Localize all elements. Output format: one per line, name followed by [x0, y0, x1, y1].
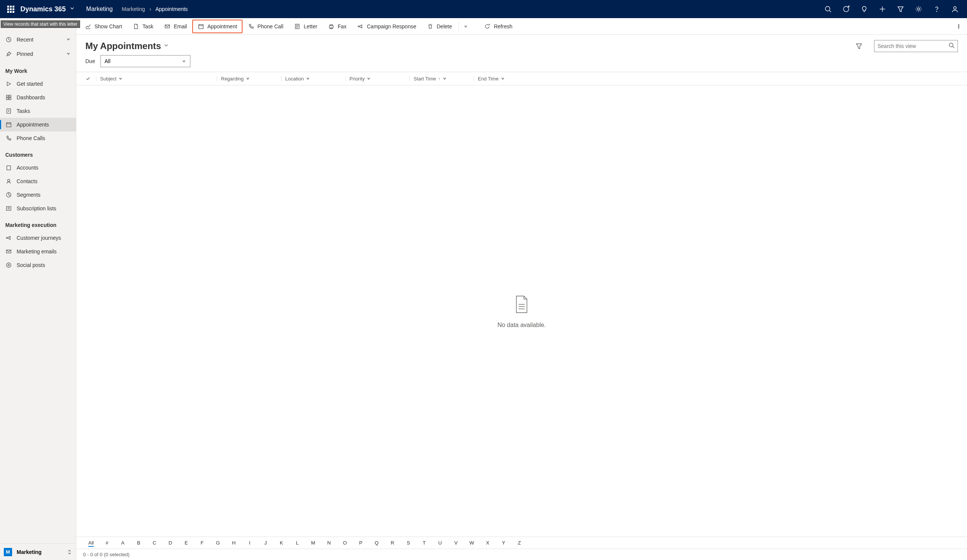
target-icon[interactable]: [837, 0, 855, 18]
alpha-jump-item[interactable]: Q: [369, 540, 384, 546]
alpha-jump-item[interactable]: #: [99, 540, 115, 546]
chevron-down-icon[interactable]: [66, 51, 71, 57]
alpha-jump-item[interactable]: D: [162, 540, 178, 546]
sidebar-item-marketing-emails[interactable]: Marketing emails: [0, 245, 76, 258]
search-icon[interactable]: [819, 0, 837, 18]
command-bar: Show Chart Task Email Appointment Phone …: [76, 18, 967, 35]
delete-button[interactable]: Delete: [422, 20, 457, 33]
alpha-jump-item[interactable]: F: [194, 540, 210, 546]
brand-chevron-icon[interactable]: [69, 6, 75, 12]
app-launcher-icon[interactable]: [3, 0, 18, 18]
alpha-jump-item[interactable]: All: [83, 540, 99, 546]
alpha-jump-item[interactable]: K: [274, 540, 289, 546]
svg-rect-20: [7, 123, 11, 127]
sidebar-item-get-started[interactable]: Get started: [0, 77, 76, 91]
nav-area-label[interactable]: Marketing: [86, 6, 112, 12]
task-button[interactable]: Task: [127, 20, 158, 33]
breadcrumb-root[interactable]: Marketing: [122, 6, 145, 12]
trash-icon: [427, 23, 434, 30]
view-title[interactable]: My Appointments: [85, 41, 161, 51]
help-icon[interactable]: [928, 0, 946, 18]
more-commands-icon[interactable]: [954, 20, 964, 33]
breadcrumb-sep: ›: [150, 6, 152, 12]
col-header-priority[interactable]: Priority: [345, 76, 409, 82]
sidebar-item-accounts[interactable]: Accounts: [0, 161, 76, 175]
search-icon[interactable]: [949, 42, 955, 50]
alpha-jump-item[interactable]: H: [226, 540, 242, 546]
alpha-jump-item[interactable]: S: [400, 540, 416, 546]
campaign-response-button[interactable]: Campaign Response: [351, 20, 422, 33]
alpha-jump-item[interactable]: R: [384, 540, 400, 546]
refresh-icon: [484, 23, 491, 30]
sidebar: Home Recent Pinned My Work Get started D…: [0, 18, 76, 560]
delete-split-chevron[interactable]: [460, 20, 471, 33]
alpha-jump-item[interactable]: V: [448, 540, 464, 546]
sidebar-item-customer-journeys[interactable]: Customer journeys: [0, 231, 76, 245]
gear-icon[interactable]: [909, 0, 928, 18]
col-header-subject[interactable]: Subject: [96, 76, 217, 82]
view-chevron-icon[interactable]: [163, 42, 169, 50]
area-badge: M: [4, 548, 12, 556]
alpha-jump-item[interactable]: A: [115, 540, 131, 546]
sidebar-item-segments[interactable]: Segments: [0, 188, 76, 202]
sidebar-item-phone-calls[interactable]: Phone Calls: [0, 132, 76, 145]
letter-button[interactable]: Letter: [289, 20, 323, 33]
filter-icon[interactable]: [891, 0, 909, 18]
select-all-checkbox[interactable]: [85, 76, 96, 81]
sidebar-item-label: Phone Calls: [17, 135, 45, 141]
alpha-jump-item[interactable]: M: [305, 540, 321, 546]
col-header-end-time[interactable]: End Time: [474, 76, 538, 82]
sidebar-item-tasks[interactable]: Tasks: [0, 104, 76, 118]
contact-icon: [5, 178, 12, 184]
dashboard-icon: [5, 94, 12, 101]
appointment-button[interactable]: Appointment: [192, 20, 243, 33]
account-icon[interactable]: [946, 0, 964, 18]
alpha-jump-item[interactable]: B: [131, 540, 147, 546]
alpha-jump-item[interactable]: N: [321, 540, 337, 546]
alpha-jump-item[interactable]: E: [178, 540, 194, 546]
col-header-start-time[interactable]: Start Time↑: [409, 76, 474, 82]
alpha-jump-item[interactable]: Y: [496, 540, 512, 546]
alpha-jump-item[interactable]: U: [432, 540, 448, 546]
email-button[interactable]: Email: [158, 20, 192, 33]
alpha-jump-item[interactable]: Z: [512, 540, 527, 546]
area-switcher[interactable]: M Marketing: [0, 544, 76, 560]
col-header-regarding[interactable]: Regarding: [217, 76, 281, 82]
sidebar-item-recent[interactable]: Recent: [0, 33, 76, 47]
alpha-jump-item[interactable]: O: [337, 540, 353, 546]
alpha-jump-item[interactable]: G: [210, 540, 226, 546]
fax-button[interactable]: Fax: [323, 20, 351, 33]
sidebar-item-subscription-lists[interactable]: Subscription lists: [0, 202, 76, 215]
grid-filter-icon[interactable]: [853, 40, 865, 52]
svg-point-52: [949, 43, 953, 47]
chevron-down-icon[interactable]: [66, 36, 71, 43]
lightbulb-icon[interactable]: [855, 0, 873, 18]
sidebar-item-social-posts[interactable]: Social posts: [0, 258, 76, 272]
sidebar-item-label: Subscription lists: [17, 206, 56, 211]
search-input[interactable]: [878, 43, 949, 49]
refresh-button[interactable]: Refresh: [479, 20, 518, 33]
sidebar-item-contacts[interactable]: Contacts: [0, 175, 76, 188]
alpha-jump-item[interactable]: P: [353, 540, 369, 546]
sidebar-item-pinned[interactable]: Pinned: [0, 47, 76, 61]
svg-point-34: [8, 264, 10, 266]
due-select[interactable]: All: [101, 55, 190, 67]
sort-asc-icon: ↑: [438, 76, 441, 81]
sidebar-item-appointments[interactable]: Appointments: [0, 118, 76, 132]
show-chart-button[interactable]: Show Chart: [79, 20, 127, 33]
alpha-jump-item[interactable]: I: [242, 540, 257, 546]
alpha-jump-item[interactable]: J: [257, 540, 274, 546]
alpha-jump-item[interactable]: W: [464, 540, 480, 546]
brand-name[interactable]: Dynamics 365: [20, 5, 66, 13]
col-header-location[interactable]: Location: [281, 76, 345, 82]
cmd-label: Refresh: [494, 23, 512, 30]
search-view-box[interactable]: [874, 40, 958, 52]
phone-call-button[interactable]: Phone Call: [243, 20, 289, 33]
alpha-jump-item[interactable]: T: [416, 540, 432, 546]
alpha-jump-item[interactable]: X: [480, 540, 496, 546]
sidebar-item-dashboards[interactable]: Dashboards: [0, 91, 76, 104]
alpha-jump-item[interactable]: C: [147, 540, 162, 546]
filter-row: Due All: [76, 55, 967, 72]
plus-icon[interactable]: [873, 0, 891, 18]
alpha-jump-item[interactable]: L: [289, 540, 305, 546]
